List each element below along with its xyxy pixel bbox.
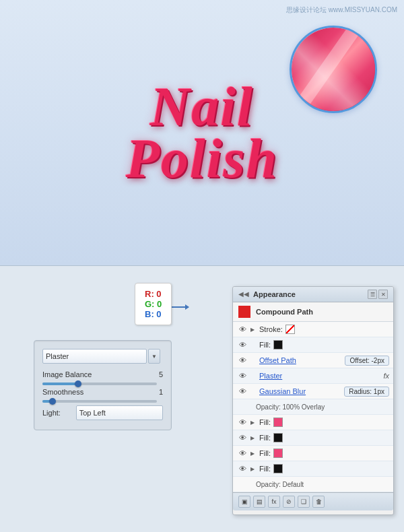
rgb-g-label: G: 0 [145,299,162,309]
footer-clear-btn[interactable]: ❑ [298,496,310,508]
smoothness-value: 1 [146,388,163,396]
smoothness-row: Smoothness 1 [42,388,163,396]
filter-dropdown-arrow[interactable]: ▼ [148,349,160,364]
canvas-area: 思缘设计论坛 www.MISSYUAN.COM Nail Polish [0,0,404,266]
eye-icon-stroke[interactable]: 👁 [237,324,248,335]
fill-black-swatch[interactable] [273,340,283,350]
panel-header: ◀◀ Appearance ☰ ✕ [233,287,393,302]
filter-panel: Plaster ▼ Image Balance 5 Smoothness 1 [34,340,172,430]
fill-pink2-label: Fill: [259,449,271,457]
footer-icons: ▣ ▤ fx ⊘ ❑ 🗑 [238,496,325,508]
panel-footer: ▣ ▤ fx ⊘ ❑ 🗑 [233,492,393,510]
nail-polish-text: Nail Polish [126,79,278,187]
rgb-box: R: 0 G: 0 B: 0 [135,283,172,325]
expand-fill-pink2[interactable]: ▶ [250,451,257,457]
eye-icon-plaster[interactable]: 👁 [237,370,248,381]
footer-fx-btn[interactable]: fx [268,496,280,508]
expand-fill-black2[interactable]: ▶ [250,435,257,441]
panel-close-row: ☰ ✕ [368,290,388,299]
smoothness-slider-bg [42,400,157,403]
eye-icon-offset[interactable]: 👁 [237,355,248,366]
filter-select-row: Plaster ▼ [42,349,163,364]
plaster-fx: fx [383,372,389,380]
app-row-opacity1: Opacity: 100% Overlay [233,399,393,415]
footer-delete-btn[interactable]: 🗑 [312,496,325,508]
fill-black2-label: Fill: [259,434,271,442]
opacity2-text: Opacity: Default [256,481,304,488]
watermark: 思缘设计论坛 www.MISSYUAN.COM [286,5,397,15]
fill-black3-label: Fill: [259,465,271,473]
filter-dropdown[interactable]: Plaster [42,349,147,364]
fill-black2-swatch[interactable] [273,433,283,442]
light-label: Light: [42,409,76,417]
radius-badge: Radius: 1px [344,387,389,397]
eye-icon-fill-black2[interactable]: 👁 [237,432,248,443]
image-balance-slider-track[interactable] [42,383,163,385]
footer-new-item-btn[interactable]: ▣ [238,496,250,508]
eye-icon-fill-pink2[interactable]: 👁 [237,448,248,459]
panel-close-btn[interactable]: ✕ [378,290,388,299]
fill-pink1-label: Fill: [259,418,271,426]
light-row: Light: Top Left [42,405,163,420]
fill-pink2-swatch[interactable] [273,448,283,458]
expand-fill-black3[interactable]: ▶ [250,466,257,472]
fill-black-label: Fill: [259,341,271,349]
smoothness-thumb[interactable] [49,398,56,405]
app-row-blur: 👁 Gaussian Blur Radius: 1px [233,384,393,399]
expand-fill-pink1[interactable]: ▶ [250,420,257,426]
light-dropdown[interactable]: Top Left [76,405,163,420]
zoom-inner [292,28,375,111]
compound-red-square [238,306,250,318]
smoothness-slider-track[interactable] [42,400,163,403]
app-row-opacity2: Opacity: Default [233,477,393,492]
panel-collapse-arrows[interactable]: ◀◀ [238,292,249,297]
compound-header: Compound Path [233,302,393,322]
smoothness-label: Smoothness [42,388,103,396]
app-row-offset: 👁 Offset Path Offset: -2px [233,353,393,368]
app-row-fill-black2: 👁 ▶ Fill: [233,430,393,446]
footer-duplicate-btn[interactable]: ▤ [253,496,265,508]
fill-black3-swatch[interactable] [273,464,283,473]
image-balance-label: Image Balance [42,370,103,378]
eye-icon-blur[interactable]: 👁 [237,386,248,397]
fill-pink1-swatch[interactable] [273,418,283,427]
eye-icon-fill-pink1[interactable]: 👁 [237,417,248,428]
panel-title-row: ◀◀ Appearance [238,290,296,298]
image-balance-value: 5 [146,370,163,378]
text-nail: Nail [126,79,278,135]
rgb-r-label: R: 0 [145,289,162,299]
appearance-panel: ◀◀ Appearance ☰ ✕ Compound Path 👁 ▶ Stro… [232,286,394,515]
opacity1-text: Opacity: 100% Overlay [256,403,325,411]
app-row-fill-pink1: 👁 ▶ Fill: [233,415,393,430]
compound-title: Compound Path [256,308,313,316]
gaussian-blur-label[interactable]: Gaussian Blur [259,387,306,395]
app-row-fill-black: 👁 Fill: [233,337,393,353]
offset-path-label[interactable]: Offset Path [259,356,306,364]
zoom-circle [290,26,377,113]
zoom-stripes [300,26,365,104]
eye-icon-opacity2 [237,479,248,490]
image-balance-fill [42,383,77,385]
panel-title: Appearance [253,290,296,298]
app-row-plaster: 👁 Plaster fx [233,368,393,384]
eye-icon-fill-black3[interactable]: 👁 [237,463,248,474]
footer-no-btn[interactable]: ⊘ [283,496,295,508]
offset-badge: Offset: -2px [345,356,389,366]
plaster-label[interactable]: Plaster [259,372,306,380]
expand-stroke[interactable]: ▶ [250,327,257,333]
app-row-stroke: 👁 ▶ Stroke: [233,322,393,337]
image-balance-thumb[interactable] [75,380,81,387]
text-polish: Polish [126,131,278,187]
app-row-fill-pink2: 👁 ▶ Fill: [233,446,393,461]
image-balance-row: Image Balance 5 [42,370,163,378]
left-side: R: 0 G: 0 B: 0 Plaster ▼ Image Balance 5 [0,266,195,532]
eye-icon-fill[interactable]: 👁 [237,339,248,350]
panel-menu-btn[interactable]: ☰ [368,290,377,299]
stroke-swatch[interactable] [285,325,295,334]
eye-icon-opacity1 [237,401,248,412]
stroke-label: Stroke: [259,325,283,333]
bottom-panel: R: 0 G: 0 B: 0 Plaster ▼ Image Balance 5 [0,266,404,532]
app-row-fill-black3: 👁 ▶ Fill: [233,461,393,477]
image-balance-slider-bg [42,383,157,385]
rgb-b-label: B: 0 [145,309,162,319]
